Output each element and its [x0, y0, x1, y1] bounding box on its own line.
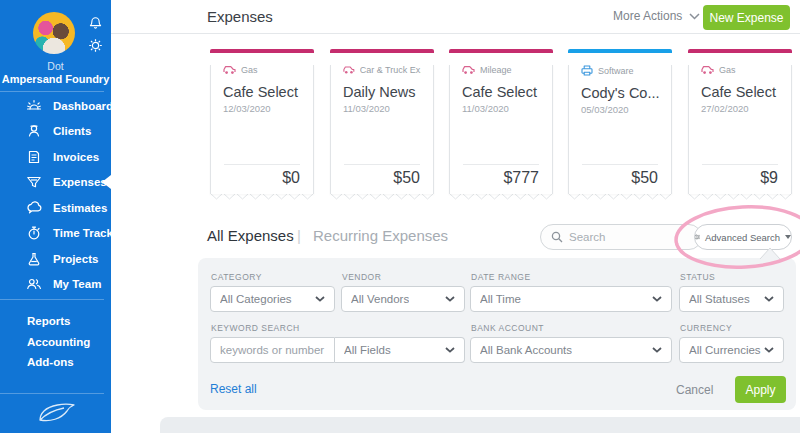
- receipt-zigzag-edge: [330, 193, 434, 201]
- card-date: 05/03/2020: [581, 104, 659, 115]
- sidebar-item-label: Expenses: [53, 176, 107, 188]
- sidebar-item-label: Projects: [53, 253, 98, 265]
- vendor-label: VENDOR: [342, 272, 381, 282]
- card-body: Software Cody's Co... 05/03/2020 $50: [568, 65, 672, 194]
- sidebar: Dot Ampersand Foundry Dashboard Clients: [0, 0, 111, 433]
- fields-select[interactable]: All Fields: [335, 337, 465, 363]
- receipt-zigzag-edge: [568, 193, 672, 201]
- date-range-label: DATE RANGE: [471, 272, 531, 282]
- sidebar-item-accounting[interactable]: Accounting: [0, 332, 111, 353]
- sidebar-item-estimates[interactable]: Estimates: [0, 195, 111, 221]
- expense-card[interactable]: Gas Cafe Select 27/02/2020 $9: [688, 49, 792, 201]
- chevron-down-icon: [445, 296, 455, 302]
- receipt-zigzag-edge: [449, 193, 553, 201]
- advanced-search-label: Advanced Search: [705, 232, 780, 243]
- my-team-icon: [26, 276, 42, 292]
- card-vendor: Cafe Select: [701, 84, 779, 100]
- sidebar-item-add-ons[interactable]: Add-ons: [0, 352, 111, 373]
- reset-all-link[interactable]: Reset all: [210, 382, 257, 396]
- card-accent-bar: [210, 49, 314, 53]
- sidebar-item-label: Time Tracking: [53, 227, 130, 239]
- estimates-icon: [26, 200, 42, 216]
- panel-caret: [759, 247, 781, 259]
- card-date: 12/03/2020: [223, 103, 301, 114]
- card-category: Car & Truck Ex...: [360, 65, 421, 75]
- category-select[interactable]: All Categories: [210, 286, 335, 312]
- card-amount: $0: [282, 169, 300, 187]
- card-category: Mileage: [480, 65, 512, 75]
- page-title: Expenses: [207, 8, 273, 25]
- bank-account-select[interactable]: All Bank Accounts: [470, 337, 672, 363]
- expense-card[interactable]: Mileage Cafe Select 11/03/2020 $777: [449, 49, 553, 201]
- tab-all-expenses[interactable]: All Expenses: [207, 227, 294, 244]
- status-label: STATUS: [680, 272, 715, 282]
- sidebar-item-time-tracking[interactable]: Time Tracking: [0, 221, 111, 247]
- more-actions-button[interactable]: More Actions: [613, 9, 700, 23]
- expense-card[interactable]: Gas Cafe Select 12/03/2020 $0: [210, 49, 314, 201]
- card-amount: $9: [760, 169, 778, 187]
- chevron-down-icon: [764, 347, 774, 353]
- tab-recurring-expenses[interactable]: Recurring Expenses: [313, 227, 448, 244]
- receipt-zigzag-edge: [210, 193, 314, 201]
- invoices-icon: [26, 149, 42, 165]
- tab-separator: |: [297, 227, 301, 244]
- date-range-select[interactable]: All Time: [470, 286, 672, 312]
- projects-icon: [26, 251, 42, 267]
- dashboard-icon: [26, 98, 42, 114]
- sidebar-item-reports[interactable]: Reports: [0, 311, 111, 332]
- expenses-page: Dot Ampersand Foundry Dashboard Clients: [0, 0, 800, 433]
- sidebar-item-invoices[interactable]: Invoices: [0, 144, 111, 170]
- card-vendor: Daily News: [343, 84, 421, 100]
- card-vendor: Cody's Co...: [581, 85, 659, 101]
- sidebar-item-label: Dashboard: [53, 100, 113, 112]
- card-vendor: Cafe Select: [462, 84, 540, 100]
- clients-icon: [26, 123, 42, 139]
- keyword-search-label: KEYWORD SEARCH: [211, 323, 300, 333]
- car-icon: [223, 65, 236, 75]
- top-header: Expenses More Actions New Expense: [111, 0, 800, 34]
- card-accent-bar: [449, 49, 553, 53]
- sidebar-item-label: My Team: [53, 278, 101, 290]
- expense-card[interactable]: Software Cody's Co... 05/03/2020 $50: [568, 49, 672, 201]
- card-category: Software: [598, 66, 634, 76]
- card-category: Gas: [241, 65, 258, 75]
- printer-icon: [581, 65, 593, 76]
- settings-gear-icon[interactable]: [88, 38, 106, 54]
- expenses-icon: [26, 174, 42, 190]
- sidebar-item-clients[interactable]: Clients: [0, 119, 111, 145]
- car-icon: [701, 65, 714, 75]
- sidebar-divider: [0, 91, 104, 92]
- new-expense-button[interactable]: New Expense: [703, 5, 790, 30]
- user-company-name: Ampersand Foundry: [0, 73, 111, 85]
- card-divider: [344, 164, 420, 165]
- card-amount: $50: [393, 169, 420, 187]
- more-actions-label: More Actions: [613, 9, 682, 23]
- search-input[interactable]: [569, 231, 679, 243]
- sidebar-item-dashboard[interactable]: Dashboard: [0, 93, 111, 119]
- car-icon: [343, 65, 355, 75]
- sidebar-item-my-team[interactable]: My Team: [0, 272, 111, 298]
- apply-button[interactable]: Apply: [735, 376, 786, 403]
- sidebar-item-expenses[interactable]: Expenses: [0, 170, 111, 196]
- sidebar-item-projects[interactable]: Projects: [0, 246, 111, 272]
- notifications-bell-icon[interactable]: [88, 16, 106, 32]
- card-divider: [582, 164, 658, 165]
- vendor-select[interactable]: All Vendors: [341, 286, 465, 312]
- category-label: CATEGORY: [211, 272, 262, 282]
- car-icon: [462, 65, 475, 75]
- receipt-zigzag-edge: [688, 193, 792, 201]
- sidebar-nav: Dashboard Clients Invoices Expenses: [0, 93, 111, 297]
- active-nav-caret: [102, 175, 111, 189]
- user-avatar[interactable]: [33, 12, 75, 54]
- card-category: Gas: [719, 65, 736, 75]
- expense-card[interactable]: Car & Truck Ex... Daily News 11/03/2020 …: [330, 49, 434, 201]
- cancel-button[interactable]: Cancel: [676, 383, 713, 397]
- card-divider: [224, 164, 300, 165]
- page-background-strip: [160, 417, 800, 433]
- currency-label: CURRENCY: [680, 323, 732, 333]
- keyword-search-input[interactable]: [210, 337, 335, 363]
- card-divider: [463, 164, 539, 165]
- sidebar-links: Reports Accounting Add-ons: [0, 311, 111, 373]
- currency-select[interactable]: All Currencies: [679, 337, 784, 363]
- status-select[interactable]: All Statuses: [679, 286, 784, 312]
